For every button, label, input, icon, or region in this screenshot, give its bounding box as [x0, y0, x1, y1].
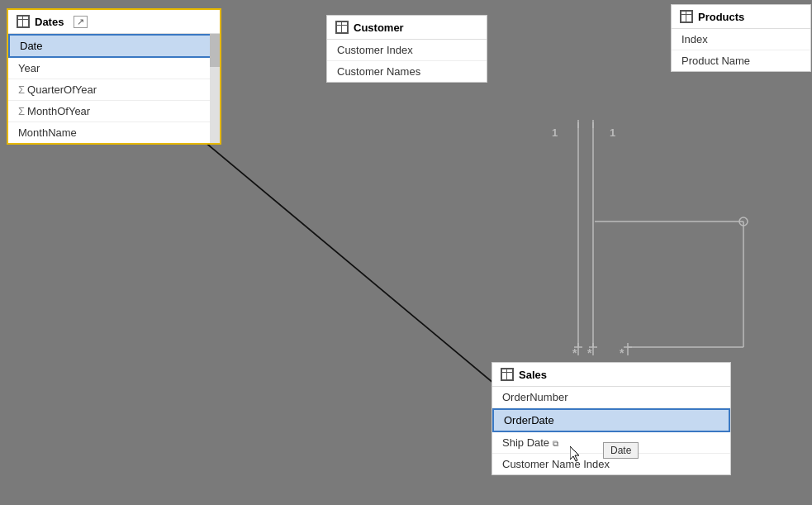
dates-field-year[interactable]: Year [8, 58, 220, 79]
table-icon-dates [17, 15, 30, 28]
sales-field-ordernumber[interactable]: OrderNumber [492, 387, 730, 408]
sales-table: Sales OrderNumber OrderDate Ship Date ⧉ … [491, 362, 731, 475]
dates-field-date[interactable]: Date [8, 34, 220, 58]
products-table-title: Products [698, 11, 744, 23]
dates-scrollbar[interactable] [210, 34, 220, 143]
svg-text:*: * [620, 346, 624, 360]
customer-table: Customer Customer Index Customer Names [326, 15, 487, 83]
svg-text:*: * [572, 346, 577, 360]
svg-text:1: 1 [552, 126, 558, 139]
sales-table-title: Sales [519, 369, 547, 381]
dates-table: Dates ↗ Date Year ΣQuarterOfYear ΣMonthO… [7, 8, 221, 145]
dates-field-monthname[interactable]: MonthName [8, 122, 220, 143]
products-field-index[interactable]: Index [672, 29, 810, 50]
svg-point-16 [739, 217, 748, 226]
sales-field-customernameindex[interactable]: Customer Name Index [492, 454, 730, 474]
customer-table-title: Customer [354, 21, 404, 34]
dates-field-quarterofyear[interactable]: ΣQuarterOfYear [8, 79, 220, 101]
dates-table-title: Dates [35, 16, 64, 28]
products-table-header: Products [672, 5, 810, 29]
dates-field-monthofyear[interactable]: ΣMonthOfYear [8, 101, 220, 122]
products-table: Products Index Product Name [671, 4, 811, 72]
dates-scrollbar-thumb[interactable] [210, 34, 220, 67]
dates-expand-icon[interactable]: ↗ [74, 16, 88, 28]
svg-text:1: 1 [610, 126, 615, 139]
sales-table-header: Sales [492, 363, 730, 387]
table-icon-products [680, 10, 693, 23]
products-field-productname[interactable]: Product Name [672, 50, 810, 71]
svg-text:*: * [587, 346, 592, 360]
customer-field-names[interactable]: Customer Names [327, 61, 487, 82]
table-icon-sales [501, 368, 514, 381]
dates-table-header: Dates ↗ [8, 10, 220, 34]
sales-field-orderdate[interactable]: OrderDate [492, 408, 730, 432]
customer-table-header: Customer [327, 16, 487, 40]
table-icon-customer [335, 21, 349, 34]
external-link-icon: ⧉ [553, 439, 558, 448]
customer-field-index[interactable]: Customer Index [327, 40, 487, 61]
sales-field-shipdate[interactable]: Ship Date ⧉ [492, 432, 730, 454]
